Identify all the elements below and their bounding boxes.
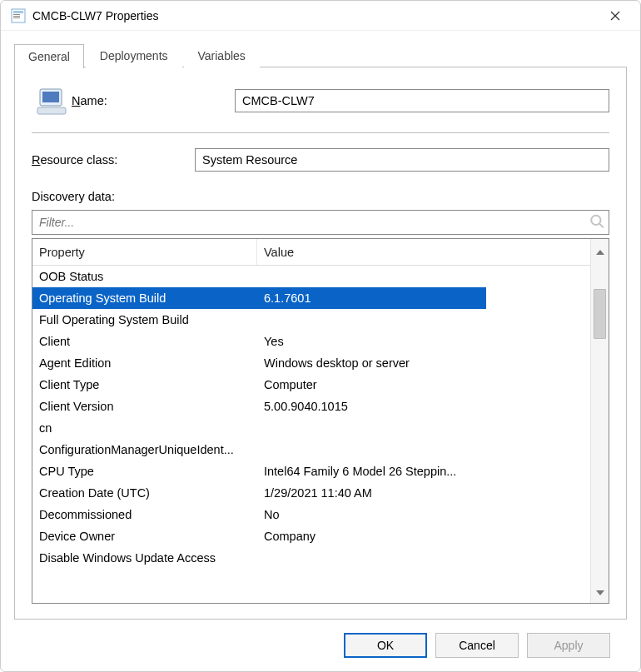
table-row[interactable]: cn [32,417,486,439]
svg-rect-4 [13,17,20,18]
table-row[interactable]: DecommissionedNo [32,504,486,525]
table-row[interactable]: Creation Date (UTC)1/29/2021 11:40 AM [32,482,486,504]
name-label: Name: [72,94,235,107]
tabstrip: General Deployments Variables [14,41,627,67]
table-row[interactable]: ClientYes [32,331,486,352]
header-value[interactable]: Value [257,246,590,259]
svg-line-11 [599,224,604,228]
table-row[interactable]: ConfigurationManagerUniqueIdent... [32,439,486,460]
grid-header[interactable]: Property Value [32,239,590,266]
cell-value: Computer [257,378,486,391]
scroll-up-icon[interactable] [591,242,609,262]
cell-property: Agent Edition [32,356,257,370]
computer-icon [32,84,72,117]
resource-class-label: Resource class: [32,153,195,167]
cell-property: Disable Windows Update Access [32,551,257,565]
cell-value: 1/29/2021 11:40 AM [257,486,486,500]
cell-property: ConfigurationManagerUniqueIdent... [32,443,257,456]
close-button[interactable] [600,1,630,31]
tab-deployments[interactable]: Deployments [86,43,182,67]
scroll-down-icon[interactable] [591,583,609,603]
cell-property: Operating System Build [32,291,257,305]
grid-rows: OOB StatusOperating System Build6.1.7601… [32,266,590,603]
table-row[interactable]: CPU TypeIntel64 Family 6 Model 26 Steppi… [32,460,486,482]
filter-input[interactable] [32,210,609,235]
table-row[interactable]: Agent EditionWindows desktop or server [32,352,486,374]
discovery-grid: Property Value OOB StatusOperating Syste… [32,238,609,604]
cell-value: Company [257,530,486,543]
cell-property: Decommissioned [32,508,257,521]
table-row[interactable]: Client TypeComputer [32,374,486,396]
cell-value: Windows desktop or server [257,356,486,370]
row-resource-class: Resource class: System Resource [32,148,609,172]
cell-value: Yes [257,335,486,348]
svg-rect-1 [13,11,23,13]
cell-property: Client Version [32,400,257,413]
table-row[interactable]: Disable Windows Update Access [32,547,486,569]
tab-general[interactable]: General [14,44,84,68]
cell-property: OOB Status [32,270,257,283]
svg-rect-8 [42,92,59,102]
discovery-data-label: Discovery data: [32,190,609,203]
cell-property: Device Owner [32,530,257,543]
search-icon[interactable] [589,214,604,231]
table-row[interactable]: OOB Status [32,266,486,287]
scroll-thumb[interactable] [594,289,606,339]
scrollbar[interactable] [590,239,609,603]
filter-wrap [32,210,609,235]
cell-value: Intel64 Family 6 Model 26 Steppin... [257,465,486,478]
window-icon [11,8,26,23]
cell-value: 5.00.9040.1015 [257,400,486,413]
cell-value: No [257,508,486,521]
apply-button[interactable]: Apply [527,633,610,658]
tab-panel-general: Name: CMCB-CLW7 Resource class: System R… [14,67,627,620]
cell-property: CPU Type [32,465,257,478]
cell-value: 6.1.7601 [257,291,486,305]
name-field[interactable]: CMCB-CLW7 [235,89,609,112]
header-property[interactable]: Property [32,239,257,265]
tab-variables[interactable]: Variables [184,43,260,67]
cell-property: Client Type [32,378,257,391]
table-row[interactable]: Device OwnerCompany [32,525,486,547]
dialog-content: General Deployments Variables Name: CMCB… [1,31,640,671]
table-row[interactable]: Client Version5.00.9040.1015 [32,396,486,417]
cell-property: Full Operating System Build [32,313,257,326]
button-row: OK Cancel Apply [14,620,627,671]
svg-rect-9 [37,107,66,114]
cancel-button[interactable]: Cancel [435,633,519,658]
properties-dialog: CMCB-CLW7 Properties General Deployments… [0,0,641,672]
ok-button[interactable]: OK [344,633,427,658]
table-row[interactable]: Operating System Build6.1.7601 [32,287,486,309]
table-row[interactable]: Full Operating System Build [32,309,486,331]
window-title: CMCB-CLW7 Properties [32,9,600,22]
close-icon [610,11,620,21]
row-name: Name: CMCB-CLW7 [32,84,609,117]
divider [32,132,609,133]
resource-class-field[interactable]: System Resource [195,148,609,172]
cell-property: Client [32,335,257,348]
cell-property: Creation Date (UTC) [32,486,257,500]
svg-rect-2 [13,14,20,15]
svg-rect-3 [13,16,20,17]
cell-property: cn [32,421,257,435]
svg-point-10 [591,216,600,225]
titlebar[interactable]: CMCB-CLW7 Properties [1,1,640,31]
